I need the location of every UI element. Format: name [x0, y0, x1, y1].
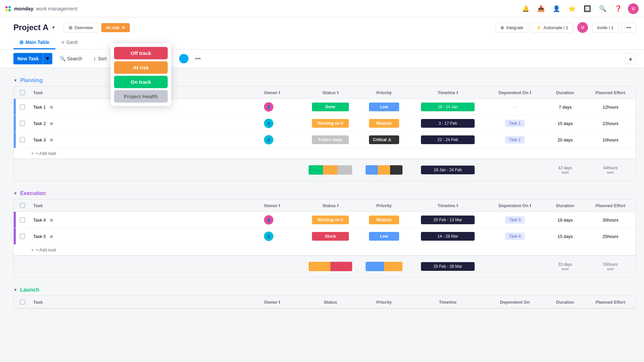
- search-icon[interactable]: 🔍: [597, 3, 608, 14]
- task5-dependent-badge: Task 4: [505, 233, 525, 240]
- collapse-button[interactable]: ▲: [625, 53, 636, 64]
- task4-owner-avatar: 👤: [264, 215, 273, 225]
- sort-button[interactable]: ↕ Sort: [90, 54, 111, 63]
- execution-chevron-icon[interactable]: ▼: [13, 191, 17, 196]
- task2-status[interactable]: Working on it: [304, 116, 357, 131]
- task5-timeline-badge[interactable]: 14 - 28 Mar: [421, 232, 475, 241]
- task1-status[interactable]: Done: [304, 99, 357, 115]
- task2-status-badge[interactable]: Working on it: [312, 119, 349, 128]
- task1-priority[interactable]: Low: [357, 99, 411, 115]
- task3-status[interactable]: Future steps: [304, 132, 357, 147]
- task5-status[interactable]: Stuck: [304, 229, 357, 244]
- app-logo[interactable]: monday work management: [5, 6, 77, 11]
- task5-add-subtask-icon[interactable]: ⊕: [50, 234, 53, 239]
- task2-checkbox[interactable]: [20, 121, 25, 126]
- task1-add-subtask-icon[interactable]: ⊕: [50, 105, 53, 110]
- overview-button[interactable]: ⊞ Overview: [64, 23, 98, 33]
- task1-status-badge[interactable]: Done: [312, 103, 349, 111]
- launch-title: Launch: [20, 287, 39, 293]
- task4-timeline-badge[interactable]: 29 Feb - 13 Mar: [421, 216, 475, 224]
- task4-add-subtask-icon[interactable]: ⊕: [50, 218, 53, 223]
- search-button[interactable]: 🔍 Search: [56, 54, 86, 63]
- task5-priority[interactable]: Low: [357, 229, 411, 244]
- planning-add-task[interactable]: + + Add task: [14, 148, 636, 159]
- planning-timeline-summary-badge: 18 Jan - 24 Feb: [421, 166, 475, 174]
- task5-timeline[interactable]: 14 - 28 Mar: [411, 229, 485, 244]
- user-avatar[interactable]: U: [628, 3, 639, 14]
- notifications-icon[interactable]: 🔔: [520, 3, 531, 14]
- more-options-button[interactable]: •••: [621, 23, 636, 33]
- task3-priority[interactable]: Critical ⚠: [357, 132, 411, 147]
- invite-people-icon[interactable]: 👤: [551, 3, 562, 14]
- execution-header-effort: Planned Effort: [585, 200, 636, 212]
- at-risk-button[interactable]: At risk ✕: [101, 23, 130, 32]
- dropdown-project-health[interactable]: Project Health: [114, 90, 168, 103]
- task2-priority-badge[interactable]: Medium: [369, 119, 399, 128]
- task2-add-subtask-icon[interactable]: ⊕: [50, 121, 53, 126]
- execution-title: Execution: [20, 190, 46, 196]
- templates-icon[interactable]: ⭐: [566, 3, 578, 14]
- task2-timeline-badge[interactable]: 3 - 17 Feb: [421, 119, 475, 128]
- task3-timeline-badge[interactable]: 22 - 24 Feb: [421, 135, 475, 144]
- task1-timeline-badge[interactable]: 18 - 24 Jan: [421, 103, 475, 111]
- filter-person-avatar: [179, 54, 189, 63]
- launch-header-effort: Planned Effort: [585, 296, 636, 308]
- dropdown-at-risk[interactable]: At risk: [114, 61, 168, 74]
- new-task-dropdown-arrow[interactable]: ▼: [43, 53, 52, 64]
- launch-table: Task Owner ℹ Status Priority Timeline: [13, 296, 636, 309]
- header-status: Status ℹ: [304, 87, 357, 99]
- exec-status-info-icon: ℹ: [337, 203, 338, 208]
- header-checkbox[interactable]: [20, 90, 25, 95]
- task1-checkbox[interactable]: [20, 104, 25, 110]
- execution-priority-mini-bar: [366, 262, 402, 271]
- task2-duration: 15 days: [545, 118, 585, 129]
- automate-button[interactable]: ⚡ Automate / 1: [531, 23, 573, 33]
- new-task-button[interactable]: New Task: [13, 53, 43, 64]
- task5-priority-badge[interactable]: Low: [369, 232, 399, 241]
- task5-effort: 25hours: [585, 231, 636, 242]
- task4-priority[interactable]: Medium: [357, 212, 411, 228]
- header-dependent: Dependent On ℹ: [485, 87, 545, 99]
- tab-main-table[interactable]: ⊞ Main Table: [13, 36, 55, 49]
- task4-timeline[interactable]: 29 Feb - 13 Mar: [411, 212, 485, 228]
- task3-priority-badge[interactable]: Critical ⚠: [369, 135, 399, 144]
- task3-checkbox[interactable]: [20, 137, 25, 142]
- planning-priority-summary: [357, 162, 411, 178]
- help-icon[interactable]: ❓: [612, 3, 624, 14]
- integrate-button[interactable]: ⊕ Integrate: [495, 23, 528, 33]
- task1-owner-avatar: 👤: [264, 102, 273, 112]
- task3-status-badge[interactable]: Future steps: [312, 135, 349, 144]
- launch-header-checkbox[interactable]: [20, 299, 25, 305]
- inbox-icon[interactable]: 📥: [535, 3, 547, 14]
- task5-status-badge[interactable]: Stuck: [312, 232, 349, 241]
- task1-timeline[interactable]: 18 - 24 Jan: [411, 99, 485, 115]
- task4-status-badge[interactable]: Working on it: [312, 216, 349, 224]
- launch-chevron-icon[interactable]: ▼: [13, 288, 17, 292]
- task4-checkbox[interactable]: [20, 217, 25, 223]
- overview-icon: ⊞: [69, 25, 72, 30]
- task5-checkbox[interactable]: [20, 234, 25, 239]
- tab-gantt[interactable]: ≡ Gantt: [55, 36, 84, 49]
- task4-priority-badge[interactable]: Medium: [369, 216, 399, 224]
- execution-add-task[interactable]: + + Add task: [14, 245, 636, 255]
- planning-summary-row: 18 Jan - 24 Feb 42 days sum 44hours sum: [14, 159, 636, 181]
- filter-person-button[interactable]: [178, 53, 189, 64]
- execution-effort-summary: 55hours sum: [585, 259, 636, 274]
- apps-icon[interactable]: 🔲: [582, 3, 593, 14]
- dropdown-off-track[interactable]: Off track: [114, 47, 168, 59]
- task4-status[interactable]: Working on it: [304, 212, 357, 228]
- task3-add-subtask-icon[interactable]: ⊕: [50, 137, 53, 142]
- execution-header-checkbox[interactable]: [20, 203, 25, 208]
- planning-chevron-icon[interactable]: ▼: [13, 78, 17, 83]
- dropdown-on-track[interactable]: On track: [114, 76, 168, 88]
- task2-priority[interactable]: Medium: [357, 116, 411, 131]
- more-toolbar-button[interactable]: •••: [193, 53, 203, 64]
- project-title-chevron-icon[interactable]: ▼: [51, 25, 56, 30]
- task1-priority-badge[interactable]: Low: [369, 103, 399, 111]
- main-content: Project A ▼ ⊞ Overview At risk ✕ ⊕ Integ…: [0, 17, 644, 362]
- task2-timeline[interactable]: 3 - 17 Feb: [411, 116, 485, 131]
- row-check: [16, 101, 29, 113]
- task3-timeline[interactable]: 22 - 24 Feb: [411, 132, 485, 147]
- invite-button[interactable]: Invite / 1: [592, 23, 619, 33]
- planning-status-summary: [304, 162, 357, 178]
